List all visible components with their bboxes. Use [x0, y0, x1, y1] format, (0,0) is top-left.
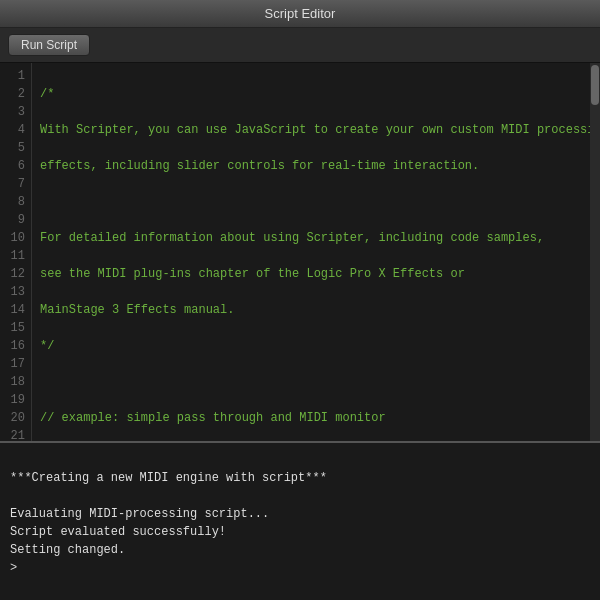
toolbar: Run Script	[0, 28, 600, 63]
console-line-7: >	[10, 559, 590, 577]
code-line-9	[40, 373, 582, 391]
console-line-4: Evaluating MIDI-processing script...	[10, 505, 590, 523]
code-line-1: /*	[40, 85, 582, 103]
code-line-7: MainStage 3 Effects manual.	[40, 301, 582, 319]
code-line-10: // example: simple pass through and MIDI…	[40, 409, 582, 427]
code-line-4	[40, 193, 582, 211]
console-line-6: Setting changed.	[10, 541, 590, 559]
code-line-6: see the MIDI plug-ins chapter of the Log…	[40, 265, 582, 283]
code-line-3: effects, including slider controls for r…	[40, 157, 582, 175]
window-title: Script Editor	[265, 6, 336, 21]
console-line-2: ***Creating a new MIDI engine with scrip…	[10, 469, 590, 487]
console-line-1	[10, 451, 590, 469]
code-line-2: With Scripter, you can use JavaScript to…	[40, 121, 582, 139]
code-line-5: For detailed information about using Scr…	[40, 229, 582, 247]
code-editor[interactable]: /* With Scripter, you can use JavaScript…	[32, 63, 590, 441]
run-script-button[interactable]: Run Script	[8, 34, 90, 56]
scrollbar-thumb[interactable]	[591, 65, 599, 105]
console-line-3	[10, 487, 590, 505]
editor-area: 1 2 3 4 5 6 7 8 9 10 11 12 13 14 15 16 1…	[0, 63, 600, 443]
title-bar: Script Editor	[0, 0, 600, 28]
code-line-8: */	[40, 337, 582, 355]
vertical-scrollbar[interactable]	[590, 63, 600, 441]
console-area: ***Creating a new MIDI engine with scrip…	[0, 443, 600, 600]
console-line-5: Script evaluated successfully!	[10, 523, 590, 541]
line-numbers: 1 2 3 4 5 6 7 8 9 10 11 12 13 14 15 16 1…	[0, 63, 32, 441]
